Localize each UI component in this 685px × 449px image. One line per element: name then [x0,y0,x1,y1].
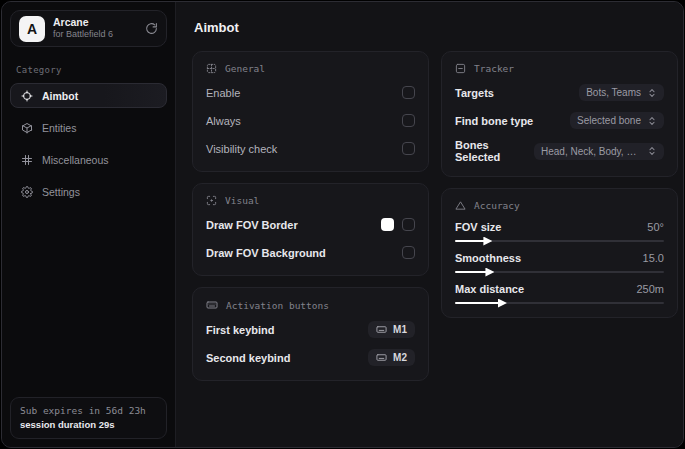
targets-label: Targets [455,87,494,99]
find-bone-type-label: Find bone type [455,115,533,127]
app-name: Arcane [53,16,113,29]
first-keybind-button[interactable]: M1 [368,321,415,338]
smoothness-slider[interactable] [455,271,664,273]
app-subtitle: for Battlefield 6 [53,29,113,40]
fov-size-value: 50° [647,221,664,233]
max-distance-slider[interactable] [455,302,664,304]
smoothness-slider-block: Smoothness 15.0 [455,252,664,273]
draw-fov-border-checkbox[interactable] [402,218,415,231]
find-bone-type-dropdown[interactable]: Selected bone [570,112,664,129]
second-keybind-button[interactable]: M2 [368,349,415,366]
enable-checkbox[interactable] [402,86,415,99]
sidebar-item-label: Settings [42,186,80,198]
fov-border-color-swatch[interactable] [381,218,394,231]
category-label: Category [16,65,161,75]
sidebar-item-aimbot[interactable]: Aimbot [10,83,167,108]
crosshair-icon [21,90,33,102]
sidebar-item-entities[interactable]: Entities [10,115,167,140]
accuracy-card: Accuracy FOV size 50° [441,188,678,318]
sub-expiry-text: Sub expires in 56d 23h [20,404,157,418]
fov-size-label: FOV size [455,221,501,233]
keyboard-icon [206,299,218,311]
visual-card: Visual Draw FOV Border Draw FOV Backgrou… [192,183,429,276]
max-distance-value: 250m [636,283,664,295]
card-title: General [225,63,265,74]
keybind-value: M1 [393,324,407,335]
chevrons-up-down-icon [647,146,657,156]
session-duration-text: session duration 29s [20,418,157,432]
sidebar-nav: Aimbot Entities Miscellaneous [2,83,175,204]
entities-icon [21,122,33,134]
bones-selected-value: Head, Neck, Body, Pe.. [541,146,641,157]
page-title: Aimbot [194,20,667,35]
visibility-check-checkbox[interactable] [402,142,415,155]
chevrons-up-down-icon [647,116,657,126]
fov-size-slider[interactable] [455,240,664,242]
max-distance-slider-block: Max distance 250m [455,283,664,304]
slider-thumb[interactable] [498,299,507,308]
draw-fov-border-label: Draw FOV Border [206,219,298,231]
draw-fov-background-checkbox[interactable] [402,246,415,259]
subscription-status-card: Sub expires in 56d 23h session duration … [10,397,167,440]
keyboard-icon [376,324,387,335]
card-title: Tracker [474,63,514,74]
first-keybind-label: First keybind [206,324,274,336]
main-content: Aimbot General Enable [176,2,683,447]
find-bone-type-value: Selected bone [577,115,641,126]
chevrons-up-down-icon [647,88,657,98]
visibility-check-label: Visibility check [206,143,277,155]
fov-size-slider-block: FOV size 50° [455,221,664,242]
sidebar-item-settings[interactable]: Settings [10,179,167,204]
card-title: Activation buttons [226,300,329,311]
grid-icon [21,154,33,166]
targets-dropdown[interactable]: Bots, Teams [579,84,664,101]
card-title: Accuracy [474,200,520,211]
app-window: A Arcane for Battlefield 6 Category Aimb… [1,1,684,448]
draw-fov-background-label: Draw FOV Background [206,247,326,259]
enable-label: Enable [206,87,240,99]
keyboard-icon [376,352,387,363]
sidebar-item-label: Aimbot [42,90,78,102]
focus-icon [206,195,217,206]
gear-icon [21,186,33,198]
always-label: Always [206,115,241,127]
app-header-card: A Arcane for Battlefield 6 [10,10,167,47]
triangle-icon [455,200,466,211]
activation-buttons-card: Activation buttons First keybind M1 [192,287,429,381]
slider-thumb[interactable] [483,237,492,246]
tracker-card: Tracker Targets Bots, Teams [441,51,678,177]
refresh-icon[interactable] [145,22,158,35]
slider-thumb[interactable] [485,268,494,277]
smoothness-label: Smoothness [455,252,521,264]
general-card: General Enable Always Visibility check [192,51,429,172]
sidebar-item-miscellaneous[interactable]: Miscellaneous [10,147,167,172]
card-title: Visual [225,195,259,206]
second-keybind-label: Second keybind [206,352,290,364]
sidebar-item-label: Entities [42,122,76,134]
minus-square-icon [455,63,466,74]
always-checkbox[interactable] [402,114,415,127]
grid-dashed-icon [206,63,217,74]
max-distance-label: Max distance [455,283,524,295]
app-logo: A [19,16,45,42]
bones-selected-label: Bones Selected [455,139,534,163]
bones-selected-dropdown[interactable]: Head, Neck, Body, Pe.. [534,143,664,160]
keybind-value: M2 [393,352,407,363]
sidebar: A Arcane for Battlefield 6 Category Aimb… [2,2,176,447]
sidebar-item-label: Miscellaneous [42,154,109,166]
targets-value: Bots, Teams [586,87,641,98]
smoothness-value: 15.0 [643,252,664,264]
